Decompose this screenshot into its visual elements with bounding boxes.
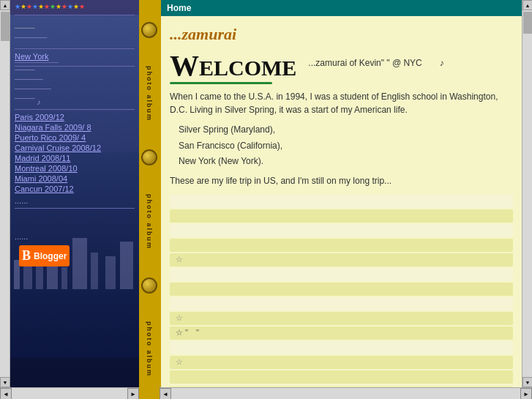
welcome-subtitle: ...zamurai of Kevin" " @ NYC ♪ <box>308 51 443 70</box>
main-content: Home ...zamurai WELCOME <box>160 0 522 387</box>
sidebar-scroll-thumb <box>1 12 10 41</box>
blogger-icon: B <box>22 248 31 264</box>
blogger-container: B Blogger <box>15 245 135 266</box>
sidebar-scroll-up[interactable]: ▲ <box>0 0 10 10</box>
sidebar-dashes-1: ¯¯¯¯¯ <box>15 70 135 78</box>
sidebar-scroll-track <box>0 10 10 377</box>
star-symbol-3: ☆ <box>176 328 183 338</box>
site-title: ...zamurai <box>170 22 513 45</box>
sidebar-link-carnival[interactable]: Carnival Cruise 2008/12 <box>15 143 135 152</box>
main-inner: ...zamurai WELCOME ...zamurai of Kevin" … <box>161 16 522 387</box>
location-2: San Francisco (California), <box>179 138 513 154</box>
binder-ring-top <box>141 22 157 38</box>
stripe-quote: ☆ " " <box>170 327 513 340</box>
welcome-first-letter: W <box>170 49 199 82</box>
star-red-2: ★ <box>44 3 50 10</box>
stripe-star-3: ☆ <box>170 356 513 369</box>
sidebar-empty-2 <box>15 221 135 229</box>
stars-row: ★ ★ ★ ★ ★ ★ ★ ★ ★ ★ ★ ★ <box>15 3 135 10</box>
welcome-image-area: WELCOME <box>170 51 296 84</box>
divider-3 <box>15 66 135 67</box>
sidebar-dashes-3: ¯¯¯¯¯¯¯¯¯ <box>15 89 135 97</box>
sidebar-link-niagara[interactable]: Niagara Falls 2009/ 8 <box>15 123 135 132</box>
stripe-6 <box>170 283 513 296</box>
divider-4 <box>15 109 135 110</box>
sidebar-scroll-down[interactable]: ▼ <box>0 377 10 387</box>
sidebar-hscroll-left[interactable]: ◄ <box>0 388 12 399</box>
welcome-section: WELCOME ...zamurai of Kevin" " @ NYC ♪ <box>170 51 513 84</box>
location-1: Silver Spring (Maryland), <box>179 122 513 138</box>
stripe-1 <box>170 195 513 208</box>
sidebar-blank-3: ¯¯¯¯¯¯¯¯ <box>15 37 135 45</box>
sidebar-hscroll-track <box>12 388 127 399</box>
blogger-label: Blogger <box>34 251 67 261</box>
sidebar-dashes-2: ¯¯¯¯¯¯¯ <box>15 79 135 87</box>
welcome-rest: ELCOME <box>199 56 296 80</box>
star-red-3: ★ <box>61 3 67 10</box>
main-hscroll-right-btn[interactable]: ► <box>520 388 532 399</box>
star-blue-2: ★ <box>32 3 38 10</box>
trip-text: These are my life trip in US, and I'm st… <box>170 176 513 186</box>
divider-5 <box>15 208 135 209</box>
stripe-star-1: ☆ <box>170 253 513 266</box>
stripe-star-2: ☆ <box>170 312 513 325</box>
star-yellow-4: ★ <box>73 3 79 10</box>
stripe-4 <box>170 239 513 252</box>
sidebar-note: ¯¯¯¯¯ ♪ <box>15 98 135 106</box>
sidebar-link-montreal[interactable]: Montreal 2008/10 <box>15 164 135 173</box>
welcome-underline <box>170 82 272 84</box>
app-window: ▲ ▼ <box>0 0 532 399</box>
divider-2 <box>15 48 135 49</box>
sidebar-empty-1 <box>15 212 135 220</box>
main-with-scroll: Home ...zamurai WELCOME <box>160 0 532 399</box>
star-symbol-4: ☆ <box>176 357 183 367</box>
stripe-8 <box>170 341 513 354</box>
sidebar-link-puerto-rico[interactable]: Puerto Rico 2009/ 4 <box>15 133 135 142</box>
star-blue-3: ★ <box>67 3 73 10</box>
sidebar-link-madrid[interactable]: Madrid 2008/11 <box>15 154 135 163</box>
star-red-1: ★ <box>26 3 32 10</box>
sidebar-main: ★ ★ ★ ★ ★ ★ ★ ★ ★ ★ ★ ★ <box>10 0 139 387</box>
stripe-3 <box>170 224 513 237</box>
sidebar-scroll: ▲ ▼ <box>0 0 139 387</box>
sidebar-left-scrollbar: ▲ ▼ <box>0 0 10 387</box>
main-scroll-track <box>522 10 532 377</box>
sidebar-new-york-link[interactable]: New York <box>15 52 135 61</box>
welcome-heading: WELCOME <box>170 51 296 81</box>
star-symbol-2: ☆ <box>176 313 183 323</box>
star-red-4: ★ <box>79 3 85 10</box>
sidebar-dots-2: ...... <box>15 232 135 241</box>
main-hscroll-left-btn[interactable]: ◄ <box>160 388 171 399</box>
stripe-7 <box>170 297 513 310</box>
main-scroll-down-btn[interactable]: ▼ <box>522 377 532 387</box>
sidebar-underline-new-york <box>15 62 59 63</box>
sidebar-link-cancun[interactable]: Cancun 2007/12 <box>15 184 135 193</box>
sidebar-wrapper: ▲ ▼ <box>0 0 139 399</box>
main-right-scrollbar: ▲ ▼ <box>522 0 532 387</box>
welcome-body: When I came to the U.S.A. in 1994, I was… <box>170 90 513 116</box>
header-nav-label: Home <box>167 3 191 13</box>
spine-text-1: photo album <box>146 66 153 122</box>
spine-text-2: photo album <box>146 194 153 250</box>
sidebar-link-paris[interactable]: Paris 2009/12 <box>15 113 135 122</box>
stripe-9 <box>170 370 513 384</box>
main-wrapper: Home ...zamurai WELCOME <box>160 0 532 399</box>
sidebar-link-miami[interactable]: Miami 2008/04 <box>15 174 135 183</box>
sidebar-hscroll-right[interactable]: ► <box>127 388 139 399</box>
binder-ring-middle <box>141 149 157 165</box>
main-bottom-scrollbar: ◄ ► <box>160 387 532 399</box>
main-scroll-thumb <box>523 12 532 34</box>
locations-list: Silver Spring (Maryland), San Francisco … <box>179 122 513 170</box>
divider-1 <box>15 15 135 15</box>
star-yellow-2: ★ <box>38 3 44 10</box>
star-symbol-1: ☆ <box>176 255 183 264</box>
main-scroll-up-btn[interactable]: ▲ <box>522 0 532 10</box>
spine-text-3: photo album <box>146 321 153 377</box>
location-3: New York (New York). <box>179 154 513 170</box>
sidebar-bottom-scroll: ◄ ► <box>0 387 139 399</box>
binder-ring-bottom <box>141 277 157 294</box>
sidebar-blank-2: ¯¯¯¯¯ <box>15 28 135 36</box>
sidebar-blank-1 <box>15 18 135 26</box>
page-header: Home <box>161 0 522 16</box>
blogger-badge[interactable]: B Blogger <box>19 245 70 266</box>
